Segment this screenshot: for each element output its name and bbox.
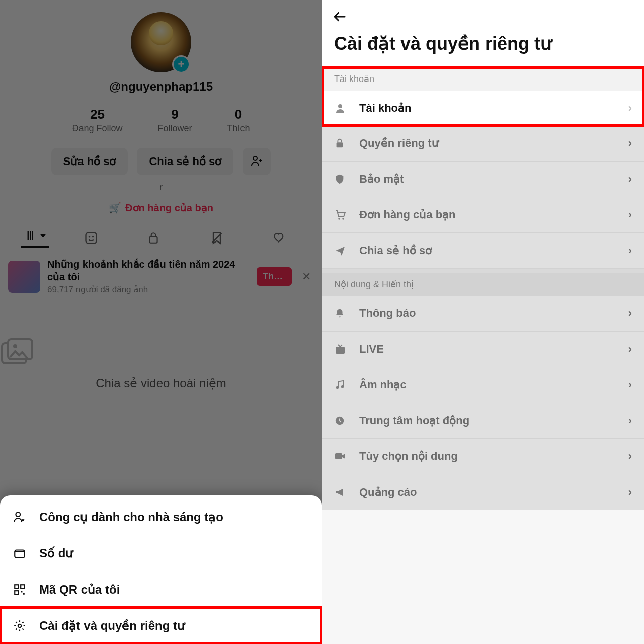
tab-repost[interactable] — [210, 231, 238, 245]
trend-subtitle: 69,717 người đã đăng ảnh — [47, 284, 250, 295]
row-share[interactable]: Chia sẻ hồ sơ › — [322, 233, 644, 269]
stat-likes-num: 0 — [227, 107, 250, 122]
svg-rect-4 — [149, 236, 157, 243]
svg-point-3 — [92, 235, 94, 237]
tab-private[interactable] — [147, 231, 175, 245]
person-icon — [334, 102, 349, 114]
row-activity[interactable]: Trung tâm hoạt động › — [322, 403, 644, 439]
orders-link[interactable]: 🛒 Đơn hàng của bạn — [0, 202, 322, 214]
chevron-right-icon: › — [628, 486, 632, 499]
clock-icon — [334, 415, 349, 426]
row-ads[interactable]: Quảng cáo › — [322, 474, 644, 510]
svg-rect-11 — [15, 585, 19, 589]
back-button[interactable] — [322, 0, 644, 24]
sheet-creator-tools[interactable]: Công cụ dành cho nhà sáng tạo — [0, 499, 322, 535]
row-ads-label: Quảng cáo — [359, 486, 628, 499]
sheet-settings-label: Cài đặt và quyền riêng tư — [39, 619, 185, 633]
row-account[interactable]: Tài khoản › — [322, 91, 644, 126]
row-live[interactable]: LIVE › — [322, 332, 644, 367]
svg-rect-18 — [337, 142, 343, 147]
svg-rect-14 — [21, 591, 22, 592]
stat-likes[interactable]: 0 Thích — [227, 107, 250, 134]
svg-point-22 — [336, 386, 339, 389]
chevron-right-icon: › — [628, 307, 632, 320]
qr-icon — [13, 583, 29, 596]
wallet-icon — [13, 547, 29, 560]
sheet-creator-label: Công cụ dành cho nhà sáng tạo — [39, 510, 223, 524]
gear-icon — [13, 619, 29, 632]
row-live-label: LIVE — [359, 343, 628, 356]
megaphone-icon — [334, 487, 349, 497]
stat-following-label: Đang Follow — [72, 123, 122, 134]
svg-rect-12 — [21, 585, 25, 589]
tab-liked[interactable] — [273, 231, 301, 245]
chevron-right-icon: › — [628, 173, 632, 186]
trend-close-button[interactable]: ✕ — [299, 270, 314, 283]
row-content[interactable]: Tùy chọn nội dung › — [322, 439, 644, 474]
orders-label: Đơn hàng của bạn — [125, 202, 213, 214]
svg-point-17 — [338, 104, 342, 108]
section-content-label: Nội dung & Hiển thị — [322, 273, 644, 296]
music-icon — [334, 379, 349, 390]
row-orders-label: Đơn hàng của bạn — [359, 208, 628, 221]
person-star-icon — [13, 511, 29, 524]
row-account-label: Tài khoản — [359, 102, 628, 115]
row-notify[interactable]: Thông báo › — [322, 296, 644, 332]
row-orders[interactable]: Đơn hàng của bạn › — [322, 197, 644, 233]
video-icon — [334, 451, 349, 461]
edit-profile-button[interactable]: Sửa hồ sơ — [51, 148, 128, 175]
section-account-label: Tài khoản — [322, 67, 644, 91]
stat-likes-label: Thích — [227, 123, 250, 134]
sheet-qr-label: Mã QR của tôi — [39, 583, 120, 597]
lock-icon — [147, 231, 160, 245]
svg-point-23 — [341, 385, 344, 388]
cart-icon: 🛒 — [109, 202, 121, 214]
bell-icon — [334, 308, 349, 319]
tab-sticker[interactable] — [84, 231, 112, 245]
shield-icon — [334, 174, 349, 185]
share-icon — [334, 245, 349, 256]
add-avatar-button[interactable]: + — [172, 55, 190, 73]
svg-point-8 — [13, 344, 17, 348]
live-icon — [334, 344, 349, 355]
stat-followers[interactable]: 9 Follower — [157, 107, 192, 134]
svg-point-19 — [338, 218, 340, 220]
stat-following-num: 25 — [72, 107, 122, 122]
username: @nguyenphap115 — [0, 79, 322, 94]
share-profile-button[interactable]: Chia sẻ hồ sơ — [137, 148, 233, 175]
trend-thumb — [8, 261, 40, 293]
action-sheet: Công cụ dành cho nhà sáng tạo Số dư Mã Q… — [0, 495, 322, 644]
row-music-label: Âm nhạc — [359, 378, 628, 391]
chevron-right-icon: › — [628, 244, 632, 257]
sheet-balance[interactable]: Số dư — [0, 535, 322, 572]
bio-text: r — [0, 182, 322, 193]
stat-followers-num: 9 — [157, 107, 192, 122]
page-title: Cài đặt và quyền riêng tư — [322, 24, 644, 67]
chevron-right-icon: › — [628, 102, 632, 115]
row-music[interactable]: Âm nhạc › — [322, 367, 644, 403]
svg-point-0 — [253, 156, 257, 160]
bookmark-off-icon — [210, 231, 224, 245]
tab-grid[interactable]: ⫼ ▾ — [21, 228, 49, 248]
row-share-label: Chia sẻ hồ sơ — [359, 244, 628, 257]
arrow-left-icon — [332, 9, 347, 24]
empty-caption: Chia sẻ video hoài niệm — [0, 376, 322, 390]
sheet-qr[interactable]: Mã QR của tôi — [0, 572, 322, 608]
add-friend-button[interactable] — [243, 148, 271, 175]
chevron-right-icon: › — [628, 137, 632, 150]
row-security[interactable]: Bảo mật › — [322, 162, 644, 197]
svg-point-20 — [342, 218, 344, 220]
svg-rect-13 — [15, 591, 19, 595]
chevron-right-icon: › — [628, 208, 632, 221]
svg-rect-1 — [86, 232, 97, 243]
row-privacy[interactable]: Quyền riêng tư › — [322, 126, 644, 162]
sheet-settings[interactable]: Cài đặt và quyền riêng tư — [0, 608, 322, 644]
row-notify-label: Thông báo — [359, 307, 628, 320]
trend-card[interactable]: Những khoảnh khắc đầu tiên năm 2024 của … — [0, 251, 322, 302]
svg-rect-21 — [336, 347, 345, 354]
stat-following[interactable]: 25 Đang Follow — [72, 107, 122, 134]
chevron-right-icon: › — [628, 378, 632, 391]
gallery-icon — [0, 337, 322, 369]
svg-rect-15 — [23, 593, 25, 595]
trend-badge[interactable]: Tha... — [257, 267, 292, 286]
